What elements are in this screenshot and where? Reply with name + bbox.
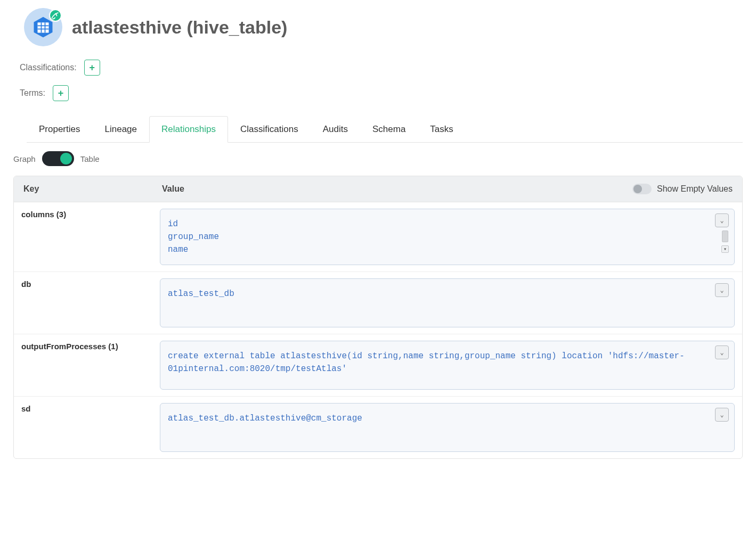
column-header-value: Value <box>162 184 615 194</box>
value-link[interactable]: name <box>168 245 188 254</box>
tab-classifications[interactable]: Classifications <box>228 116 311 143</box>
plus-icon: + <box>58 88 64 99</box>
table-row: outputFromProcesses (1)create external t… <box>14 334 742 397</box>
graph-table-toggle[interactable] <box>42 151 74 166</box>
table-row: columns (3)idgroup_namename⌄▾ <box>14 202 742 272</box>
value-box: atlas_test_db⌄ <box>160 278 735 327</box>
plus-icon: + <box>89 62 95 73</box>
table-view-label: Table <box>80 154 100 163</box>
value-link[interactable]: group_name <box>168 232 219 242</box>
value-link[interactable]: atlas_test_db.atlastesthive@cm_storage <box>168 414 362 423</box>
value-box: atlas_test_db.atlastesthive@cm_storage⌄ <box>160 403 735 452</box>
row-count: (3) <box>54 210 67 219</box>
tab-audits[interactable]: Audits <box>311 116 360 143</box>
entity-type-icon <box>24 8 62 46</box>
row-key: db <box>21 278 160 289</box>
entity-title: atlastesthive (hive_table) <box>72 17 287 38</box>
tab-relationships[interactable]: Relationships <box>149 116 228 143</box>
scroll-down-icon: ▾ <box>721 245 729 253</box>
classifications-label: Classifications: <box>20 63 77 72</box>
tab-properties[interactable]: Properties <box>27 116 92 143</box>
scrollbar[interactable]: ▾ <box>721 231 729 253</box>
add-term-button[interactable]: + <box>53 85 69 101</box>
show-empty-values-label: Show Empty Values <box>657 184 733 194</box>
row-key: outputFromProcesses (1) <box>21 341 160 351</box>
value-link[interactable]: id <box>168 219 178 229</box>
row-count: (1) <box>106 342 118 351</box>
graph-view-label: Graph <box>13 154 36 163</box>
chevron-down-icon: ⌄ <box>720 217 724 225</box>
chevron-down-icon: ⌄ <box>720 286 724 294</box>
value-box: create external table atlastesthive(id s… <box>160 341 735 390</box>
expand-value-button[interactable]: ⌄ <box>715 283 729 297</box>
show-empty-values-toggle[interactable] <box>632 184 652 194</box>
entity-tabs: PropertiesLineageRelationshipsClassifica… <box>27 116 743 143</box>
tab-tasks[interactable]: Tasks <box>418 116 465 143</box>
tab-schema[interactable]: Schema <box>360 116 418 143</box>
hive-badge-icon <box>49 9 62 22</box>
expand-value-button[interactable]: ⌄ <box>715 408 729 422</box>
value-box: idgroup_namename⌄▾ <box>160 209 735 265</box>
expand-value-button[interactable]: ⌄ <box>715 213 729 227</box>
table-row: dbatlas_test_db⌄ <box>14 272 742 334</box>
row-key: sd <box>21 403 160 413</box>
value-link[interactable]: create external table atlastesthive(id s… <box>168 351 685 374</box>
tab-lineage[interactable]: Lineage <box>92 116 149 143</box>
terms-label: Terms: <box>20 88 45 98</box>
table-row: sdatlas_test_db.atlastesthive@cm_storage… <box>14 397 742 458</box>
value-link[interactable]: atlas_test_db <box>168 289 234 299</box>
add-classification-button[interactable]: + <box>84 60 100 76</box>
chevron-down-icon: ⌄ <box>720 411 724 419</box>
chevron-down-icon: ⌄ <box>720 349 724 357</box>
relationships-table: Key Value Show Empty Values columns (3)i… <box>13 176 743 459</box>
row-key: columns (3) <box>21 209 160 219</box>
expand-value-button[interactable]: ⌄ <box>715 345 729 359</box>
column-header-key: Key <box>23 184 162 194</box>
